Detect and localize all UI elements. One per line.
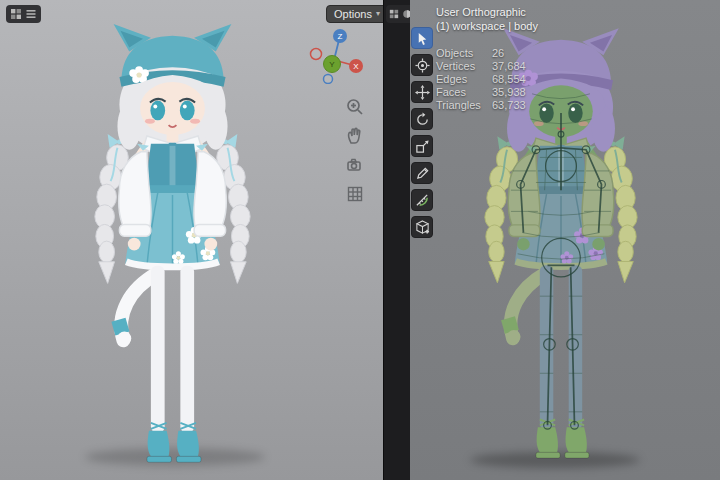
blender-window: Options ▾ Z X Y xyxy=(0,0,720,480)
tool-select-box[interactable] xyxy=(411,27,433,49)
axis-x-label: X xyxy=(353,62,359,71)
camera-view-icon[interactable] xyxy=(344,154,366,176)
tool-shelf-background xyxy=(383,0,410,480)
left-3d-viewport[interactable]: Options ▾ Z X Y xyxy=(0,0,383,480)
stat-row: Objects 26 xyxy=(436,47,538,60)
axis-neg-z-ball[interactable] xyxy=(324,75,333,84)
context-label: (1) workspace | body xyxy=(436,20,538,33)
grid-ortho-icon[interactable] xyxy=(344,183,366,205)
scale-icon xyxy=(415,139,430,154)
editor-grid-icon xyxy=(10,8,22,20)
view-label: User Orthographic xyxy=(436,6,538,19)
editor-type-selector[interactable] xyxy=(6,5,41,23)
select-cursor-icon xyxy=(415,31,430,46)
character-render xyxy=(55,22,290,474)
tool-measure[interactable] xyxy=(411,189,433,211)
stat-row: Vertices 37,684 xyxy=(436,60,538,73)
stat-row: Triangles 63,733 xyxy=(436,99,538,112)
3d-cursor-icon xyxy=(415,58,430,73)
orientation-gizmo[interactable]: Z X Y xyxy=(308,24,368,84)
axis-y-label: Y xyxy=(329,60,335,69)
editor-grid-icon xyxy=(389,9,399,19)
tool-add-cube[interactable] xyxy=(411,216,433,238)
tool-rotate[interactable] xyxy=(411,108,433,130)
viewport-overlay-text: User Orthographic (1) workspace | body O… xyxy=(436,6,538,112)
scene-statistics: Objects 26 Vertices 37,684 Edges 68,554 … xyxy=(436,47,538,112)
stat-row: Edges 68,554 xyxy=(436,73,538,86)
tool-move[interactable] xyxy=(411,81,433,103)
rotate-icon xyxy=(415,112,430,127)
tool-scale[interactable] xyxy=(411,135,433,157)
pan-hand-icon[interactable] xyxy=(344,125,366,147)
tool-cursor[interactable] xyxy=(411,54,433,76)
zoom-icon[interactable] xyxy=(344,96,366,118)
mode-dropdown-icon xyxy=(25,8,37,20)
add-cube-icon xyxy=(415,220,430,235)
move-icon xyxy=(415,85,430,100)
right-3d-viewport[interactable]: User Orthographic (1) workspace | body O… xyxy=(410,0,720,480)
options-label: Options xyxy=(334,8,372,20)
axis-neg-x-ball[interactable] xyxy=(311,49,322,60)
tool-shelf xyxy=(411,27,433,238)
options-button[interactable]: Options ▾ xyxy=(326,5,388,23)
stat-row: Faces 35,938 xyxy=(436,86,538,99)
viewport-side-tools xyxy=(344,96,366,205)
chevron-down-icon: ▾ xyxy=(376,10,380,18)
axis-z-label: Z xyxy=(338,32,343,41)
tool-annotate[interactable] xyxy=(411,162,433,184)
measure-icon xyxy=(415,193,430,208)
pencil-icon xyxy=(415,166,430,181)
